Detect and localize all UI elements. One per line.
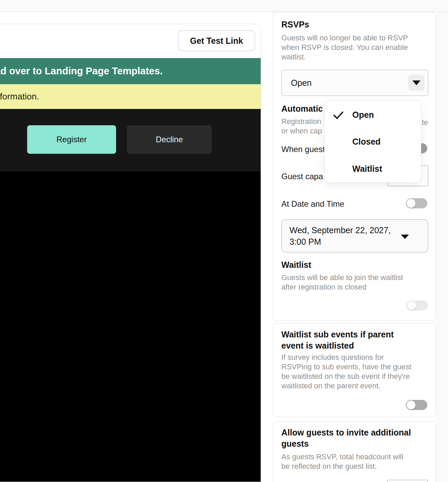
auto-close-description-line2: or when cap [281, 126, 322, 136]
information-banner-text: nformation. [0, 91, 39, 102]
waitlist-sub-events-card: Waitlist sub events if parent event is w… [273, 323, 436, 417]
close-datetime-value-line1: Wed, September 22, 2027, [290, 224, 391, 236]
rsvp-status-select[interactable]: Open [281, 70, 428, 96]
guest-capacity-toggle-label: When guest [281, 145, 325, 154]
close-datetime-value-line2: 3:00 PM [290, 236, 391, 247]
dropdown-option-closed[interactable]: Closed [352, 137, 380, 147]
waitlist-toggle[interactable] [407, 300, 428, 311]
allow-additional-guests-title: Allow guests to invite additional guests [281, 427, 411, 449]
dropdown-option-waitlist[interactable]: Waitlist [352, 164, 382, 174]
rsvps-description-line1: Guests will no longer be able to RSVP [281, 33, 408, 43]
allow-additional-guests-card: Allow guests to invite additional guests… [273, 421, 436, 482]
waitlist-sub-events-title: Waitlist sub events if parent event is w… [281, 329, 394, 351]
check-icon [332, 109, 345, 122]
close-datetime-select[interactable]: Wed, September 22, 2027, 3:00 PM [281, 219, 428, 253]
waitlist-sub-events-description: If survey includes questions for RSVPing… [281, 353, 411, 391]
allow-additional-guests-description: As guests RSVP, total headcount will be … [281, 452, 403, 471]
right-gutter [436, 12, 448, 482]
waitlist-sub-events-toggle[interactable] [406, 400, 427, 410]
rsvp-buttons-panel: Register Decline [0, 109, 261, 171]
top-bar [0, 0, 448, 12]
decline-button[interactable]: Decline [127, 125, 212, 154]
auto-close-heading: Automatic [281, 103, 323, 114]
chevron-down-icon [401, 235, 409, 239]
auto-close-description-fragment: te [422, 118, 428, 127]
preview-header: Get Test Link [0, 24, 261, 58]
at-date-time-toggle[interactable] [406, 198, 427, 208]
auto-close-description-line1: Registration [281, 117, 321, 126]
event-preview-card: Get Test Link ad over to Landing Page Te… [0, 24, 261, 482]
dropdown-option-open[interactable]: Open [352, 110, 374, 120]
rsvp-status-dropdown: Open Closed Waitlist [324, 100, 421, 183]
rsvp-status-value: Open [291, 78, 312, 88]
register-button[interactable]: Register [27, 125, 116, 154]
waitlist-title: Waitlist [281, 259, 311, 271]
rsvps-description-line2: when RSVP is closed. You can enable [281, 43, 408, 52]
rsvps-description-line3: waitlist. [281, 52, 306, 62]
additional-guests-input[interactable] [387, 480, 428, 482]
preview-body-dark-area [0, 171, 261, 482]
page: Get Test Link ad over to Landing Page Te… [0, 0, 448, 482]
at-date-time-label: At Date and Time [281, 199, 344, 209]
waitlist-description-line1: Guests will be able to join the waitlist [281, 273, 403, 282]
get-test-link-button[interactable]: Get Test Link [178, 30, 255, 51]
landing-page-banner-text: ad over to Landing Page Templates. [0, 66, 163, 77]
chevron-down-icon[interactable] [408, 75, 425, 91]
information-banner: nformation. [0, 84, 261, 109]
waitlist-description-line2: after registration is closed [281, 282, 367, 292]
landing-page-banner: ad over to Landing Page Templates. [0, 58, 261, 84]
guest-capacity-label: Guest capa [281, 172, 323, 181]
rsvps-title: RSVPs [281, 19, 309, 30]
